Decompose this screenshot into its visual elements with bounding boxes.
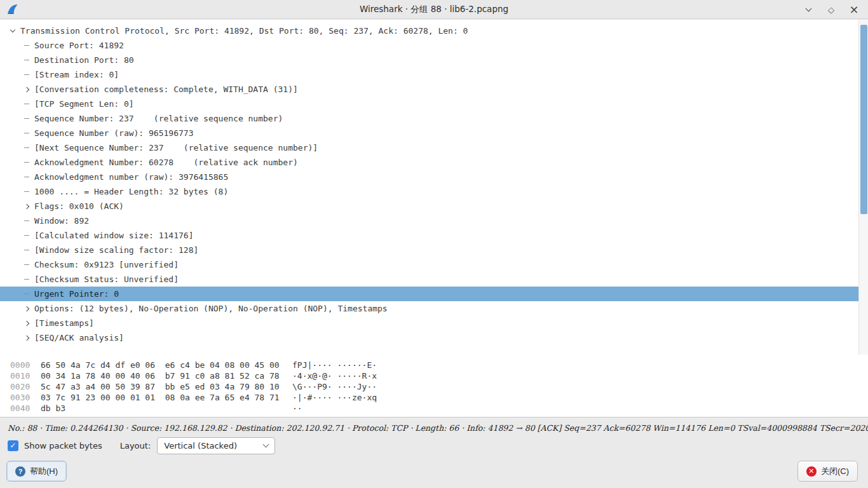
tree-branch-tick: [20, 250, 33, 250]
tree-item-label: [Stream index: 0]: [34, 70, 119, 79]
tree-item-label: Destination Port: 80: [34, 55, 134, 65]
tree-item-label: Options: (12 bytes), No-Operation (NOP),…: [34, 304, 388, 313]
packet-detail-pane: Transmission Control Protocol, Src Port:…: [0, 20, 868, 355]
tree-row[interactable]: Source Port: 41892: [0, 38, 858, 53]
help-icon: ?: [15, 466, 25, 477]
hex-ascii[interactable]: ·|·#···· ···ze·xq: [292, 392, 377, 403]
hex-offset: 0010: [10, 370, 41, 381]
hex-bytes[interactable]: 5c 47 a3 a4 00 50 39 87 bb e5 ed 03 4a 7…: [41, 381, 292, 392]
tree-item-label: [Next Sequence Number: 237 (relative seq…: [34, 143, 318, 152]
tree-branch-tick: [20, 118, 33, 119]
tree-row[interactable]: Sequence Number: 237 (relative sequence …: [0, 111, 858, 126]
tree-branch-tick: [20, 147, 33, 148]
tree-item-label: [Checksum Status: Unverified]: [34, 274, 179, 284]
tree-row[interactable]: Window: 892: [0, 214, 858, 228]
tree-row[interactable]: [Next Sequence Number: 237 (relative seq…: [0, 140, 858, 155]
close-circle-icon: ✕: [806, 466, 817, 477]
scrollbar-thumb[interactable]: [860, 25, 867, 214]
close-window-button[interactable]: ×: [849, 4, 859, 15]
hex-ascii[interactable]: ··: [292, 403, 302, 414]
show-packet-bytes-label: Show packet bytes: [24, 441, 102, 451]
tree-row[interactable]: 1000 .... = Header Length: 32 bytes (8): [0, 184, 858, 199]
tree-item-label: Acknowledgment Number: 60278 (relative a…: [34, 158, 298, 167]
chevron-right-icon[interactable]: [20, 322, 33, 325]
tree-branch-tick: [20, 74, 33, 75]
chevron-down-icon: [263, 442, 269, 448]
hex-ascii[interactable]: ·4·x@·@· ·····R·x: [292, 370, 377, 381]
tree-row[interactable]: Checksum: 0x9123 [unverified]: [0, 257, 858, 272]
tree-branch-tick: [20, 220, 33, 221]
close-button-label: 关闭(C): [821, 466, 849, 477]
layout-select[interactable]: Vertical (Stacked): [157, 437, 275, 454]
tree-row[interactable]: Flags: 0x010 (ACK): [0, 199, 858, 214]
tree-row[interactable]: Urgent Pointer: 0: [0, 287, 858, 301]
hex-bytes[interactable]: 03 7c 91 23 00 00 01 01 08 0a ee 7a 65 e…: [41, 392, 292, 403]
tree-row[interactable]: [Conversation completeness: Complete, WI…: [0, 82, 858, 97]
chevron-right-icon[interactable]: [20, 307, 33, 311]
packet-summary: No.: 88 · Time: 0.244264130 · Source: 19…: [8, 423, 868, 433]
tree-item-label: [SEQ/ACK analysis]: [34, 333, 124, 342]
scrollbar[interactable]: [858, 20, 868, 355]
hex-ascii[interactable]: \G···P9· ····Jy··: [292, 381, 377, 392]
tree-item-label: Sequence Number: 237 (relative sequence …: [34, 114, 283, 123]
tree-item-label: [Window size scaling factor: 128]: [34, 245, 198, 255]
tree-row[interactable]: [Window size scaling factor: 128]: [0, 243, 858, 257]
tree-row[interactable]: [TCP Segment Len: 0]: [0, 97, 858, 111]
hex-row[interactable]: 000066 50 4a 7c d4 df e0 06 e6 c4 be 04 …: [0, 360, 868, 370]
hex-offset: 0000: [10, 360, 41, 370]
tree-row[interactable]: Sequence Number (raw): 965196773: [0, 126, 858, 140]
maximize-button[interactable]: ◇: [826, 4, 836, 15]
tree-branch-tick: [20, 264, 33, 265]
packet-bytes-pane: 000066 50 4a 7c d4 df e0 06 e6 c4 be 04 …: [0, 355, 868, 417]
window-title: Wireshark · 分组 88 · lib6-2.pcapng: [360, 4, 508, 15]
hex-row[interactable]: 00205c 47 a3 a4 00 50 39 87 bb e5 ed 03 …: [0, 381, 868, 392]
tree-row[interactable]: [Checksum Status: Unverified]: [0, 272, 858, 287]
chevron-down-icon: [805, 6, 811, 12]
hex-bytes[interactable]: 00 34 1a 78 40 00 40 06 b7 91 c0 a8 81 5…: [41, 370, 292, 381]
tree-row[interactable]: [Timestamps]: [0, 316, 858, 330]
tree-row[interactable]: Acknowledgment number (raw): 3976415865: [0, 170, 858, 184]
hex-row[interactable]: 001000 34 1a 78 40 00 40 06 b7 91 c0 a8 …: [0, 370, 868, 381]
tree-branch-tick: [20, 279, 33, 280]
tree-branch-tick: [20, 235, 33, 236]
tree-row[interactable]: [Stream index: 0]: [0, 67, 858, 82]
tree-item-label: [Timestamps]: [34, 318, 94, 328]
hex-offset: 0040: [10, 403, 41, 414]
window-controls: ◇ ×: [803, 0, 859, 19]
chevron-down-icon[interactable]: [6, 30, 19, 32]
minimize-button[interactable]: [803, 4, 813, 15]
hex-ascii[interactable]: fPJ|···· ······E·: [292, 360, 377, 370]
help-button-label: 帮助(H): [30, 466, 58, 477]
wireshark-logo-icon: [6, 3, 19, 16]
tree-item-label: Flags: 0x010 (ACK): [34, 201, 124, 211]
tree-branch-tick: [20, 191, 33, 192]
hex-bytes[interactable]: 66 50 4a 7c d4 df e0 06 e6 c4 be 04 08 0…: [41, 360, 292, 370]
tree-row[interactable]: [Calculated window size: 114176]: [0, 228, 858, 243]
hex-row[interactable]: 0040db b3··: [0, 403, 868, 414]
tree-branch-tick: [20, 60, 33, 60]
tree-branch-tick: [20, 133, 33, 133]
tree-row[interactable]: Transmission Control Protocol, Src Port:…: [0, 24, 858, 38]
tree-row[interactable]: Options: (12 bytes), No-Operation (NOP),…: [0, 301, 858, 316]
tree-item-label: [TCP Segment Len: 0]: [34, 99, 134, 109]
footer-controls: ✓ Show packet bytes Layout: Vertical (St…: [8, 437, 860, 454]
close-dialog-button[interactable]: ✕ 关闭(C): [797, 461, 858, 482]
show-packet-bytes-checkbox[interactable]: ✓: [8, 440, 18, 451]
tree-item-label: Window: 892: [34, 216, 89, 226]
tree-item-label: 1000 .... = Header Length: 32 bytes (8): [34, 187, 228, 196]
chevron-right-icon[interactable]: [20, 336, 33, 340]
tree-item-label: Urgent Pointer: 0: [34, 289, 119, 299]
tree-item-label: [Conversation completeness: Complete, WI…: [34, 85, 298, 94]
chevron-right-icon[interactable]: [20, 205, 33, 208]
hex-offset: 0020: [10, 381, 41, 392]
tree-item-label: Sequence Number (raw): 965196773: [34, 128, 193, 138]
tree-row[interactable]: [SEQ/ACK analysis]: [0, 330, 858, 345]
tree-row[interactable]: Acknowledgment Number: 60278 (relative a…: [0, 155, 858, 170]
layout-label: Layout:: [120, 441, 151, 451]
hex-row[interactable]: 003003 7c 91 23 00 00 01 01 08 0a ee 7a …: [0, 392, 868, 403]
help-button[interactable]: ? 帮助(H): [6, 461, 67, 482]
tree-item-label: Transmission Control Protocol, Src Port:…: [20, 26, 468, 36]
tree-row[interactable]: Destination Port: 80: [0, 53, 858, 67]
chevron-right-icon[interactable]: [20, 88, 33, 92]
hex-bytes[interactable]: db b3: [41, 403, 292, 414]
